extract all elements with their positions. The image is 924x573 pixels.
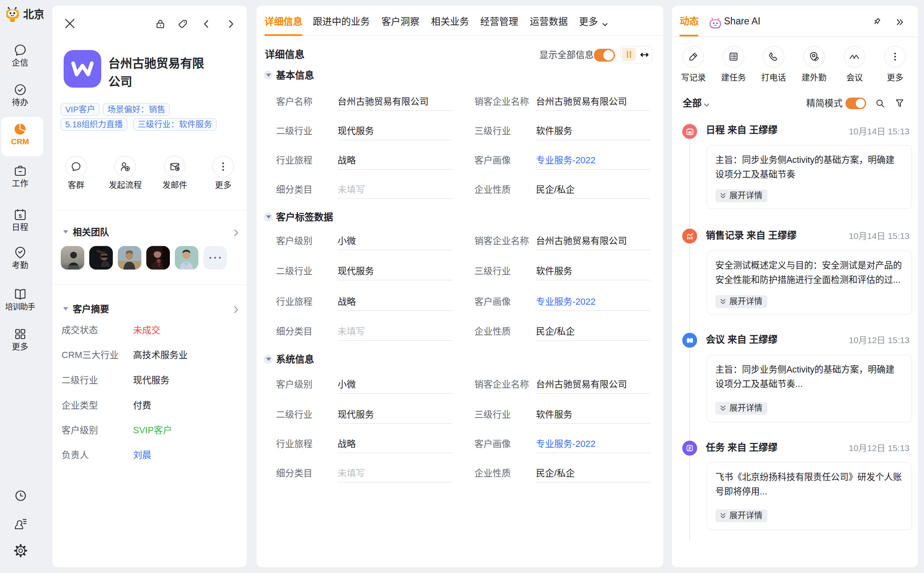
svg-text:5: 5	[19, 213, 21, 219]
